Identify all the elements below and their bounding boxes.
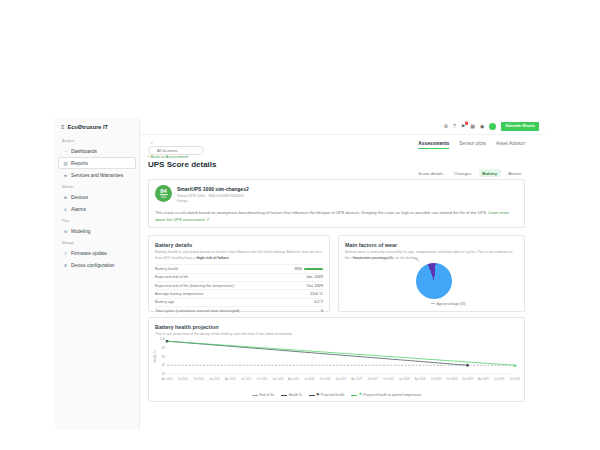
battery-projection-card: Battery health projection This is our pr… xyxy=(148,317,525,402)
x-tick-label: Jan 2029 xyxy=(462,377,474,381)
x-tick-label: Jan 2028 xyxy=(399,377,411,381)
legend-item: End of life xyxy=(252,393,274,397)
wear-factors-card: Main factors of wear Battery wear is pri… xyxy=(338,235,525,312)
detail-subtabs: Score details Changes Battery Alarms xyxy=(415,169,525,177)
x-tick-label: Oct 2027 xyxy=(383,377,394,381)
tab-sensor-plots[interactable]: Sensor plots xyxy=(459,141,486,149)
sidebar-item-reports[interactable]: ▤ Reports xyxy=(58,157,136,169)
device-name: SmartUPS 1000 sim-changes2 xyxy=(177,186,249,192)
battery-details-title: Battery details xyxy=(155,242,323,248)
x-tick-label: Apr 2029 xyxy=(478,377,489,381)
sidebar-section-monitor: Monitor xyxy=(55,181,139,191)
x-tick-label: Apr 2024 xyxy=(162,377,173,381)
sidebar-section-manage: Manage xyxy=(55,237,139,247)
sidebar-section-analyze: Analyze xyxy=(55,135,139,145)
legend-label: End of life xyxy=(259,393,274,397)
search-icon: ⌕ xyxy=(151,140,154,145)
legend-label: Health % xyxy=(289,393,302,397)
legend-line-swatch xyxy=(351,395,357,396)
subtab-alarms[interactable]: Alarms xyxy=(505,169,525,177)
sidebar-item-label: Modeling xyxy=(71,229,90,234)
sidebar: ≡ EcoØtruxure IT Analyze ◔ Dashboards ▤ … xyxy=(55,118,140,430)
app-window: ≡ EcoØtruxure IT Analyze ◔ Dashboards ▤ … xyxy=(55,118,545,430)
y-tick-label: 60 xyxy=(162,355,166,359)
ups-score-card: 84 100 SmartUPS 1000 sim-changes2 Smart-… xyxy=(148,179,525,228)
y-axis-label: Health % xyxy=(153,350,157,363)
x-tick-label: Jul 2024 xyxy=(178,377,189,381)
x-tick-label: Oct 2028 xyxy=(446,377,457,381)
wear-factors-title: Main factors of wear xyxy=(345,242,518,248)
sidebar-item-label: Device configuration xyxy=(71,263,114,268)
series-marker: ✱ xyxy=(513,364,516,368)
battery-details-card: Battery details Battery health is calcul… xyxy=(148,235,330,312)
main-area: ⚙ ? ⚑9 ▦ ◉ Schneider Electric ⌕ Assessme… xyxy=(140,118,545,430)
pie-label-age: Age percentage (93) xyxy=(431,302,466,306)
table-row: Total cycles (cumulative nominal wear di… xyxy=(155,306,323,314)
firmware-update-icon: ⇪ xyxy=(63,251,68,256)
sidebar-item-label: Devices xyxy=(71,195,88,200)
legend-line-swatch xyxy=(252,395,258,396)
projection-plot: 20406080100Health %Apr 2024Jul 2024Oct 2… xyxy=(153,336,520,389)
legend-item: Health % xyxy=(281,393,302,397)
legend-line-swatch xyxy=(281,395,287,396)
tab-assessments[interactable]: Assessments xyxy=(418,141,449,149)
x-tick-label: Jan 2027 xyxy=(335,377,347,381)
table-row: Average battery temperature 25.6 °C xyxy=(155,289,323,297)
breadcrumb-back-link[interactable]: ‹ Back to Assessment xyxy=(148,154,188,159)
sidebar-item-devices[interactable]: ≣ Devices xyxy=(58,191,136,203)
gear-icon[interactable]: ⚙ xyxy=(444,124,448,129)
sidebar-item-modeling[interactable]: ⊞ Modeling xyxy=(58,225,136,237)
apps-grid-icon[interactable]: ▦ xyxy=(470,124,475,129)
x-tick-label: Apr 2027 xyxy=(351,377,362,381)
legend-label: Projected health at optimal temperature xyxy=(363,393,421,397)
table-row: Battery age 0.2 Y xyxy=(155,298,323,306)
alarms-icon: ⚠ xyxy=(63,207,68,212)
battery-health-bar xyxy=(304,268,323,271)
score-description: This score is calculated based on anonym… xyxy=(155,210,518,223)
device-model-serial: Smart-UPS 1000 · SN4-000080760041D xyxy=(177,194,249,198)
tab-asset-advisor[interactable]: Asset Advisor xyxy=(496,141,525,149)
user-icon[interactable]: ◉ xyxy=(480,124,484,129)
x-tick-label: Oct 2025 xyxy=(256,377,267,381)
sidebar-item-services-warranties[interactable]: ◈ Services and Warranties xyxy=(58,169,136,181)
devices-icon: ≣ xyxy=(63,195,68,200)
x-tick-label: Oct 2026 xyxy=(320,377,331,381)
sidebar-item-dashboards[interactable]: ◔ Dashboards xyxy=(58,145,136,157)
page: ≡ EcoØtruxure IT Analyze ◔ Dashboards ▤ … xyxy=(0,0,600,450)
legend-label: Projected health xyxy=(321,393,345,397)
device-info: SmartUPS 1000 sim-changes2 Smart-UPS 100… xyxy=(177,186,249,203)
table-row: Battery health 95% xyxy=(155,264,323,272)
series-line xyxy=(167,341,468,365)
notifications-bell-icon[interactable]: ⚑9 xyxy=(461,124,465,129)
pie-label-temperature: Temperature percentage (7) xyxy=(353,256,393,260)
user-avatar[interactable] xyxy=(489,123,496,130)
menu-icon[interactable]: ≡ xyxy=(61,124,65,130)
y-tick-label: 20 xyxy=(162,372,166,376)
sidebar-item-device-configuration[interactable]: ⚙ Device configuration xyxy=(58,259,136,271)
sidebar-item-label: Dashboards xyxy=(71,149,97,154)
sidebar-item-label: Reports xyxy=(71,161,88,166)
reports-icon: ▤ xyxy=(63,161,68,166)
device-configuration-icon: ⚙ xyxy=(63,263,68,268)
y-tick-label: 40 xyxy=(162,363,166,367)
sidebar-item-label: Alarms xyxy=(71,207,86,212)
y-tick-label: 80 xyxy=(162,346,166,350)
x-tick-label: Jul 2028 xyxy=(431,377,442,381)
dashboards-icon: ◔ xyxy=(63,149,68,154)
sidebar-item-label: Firmware update xyxy=(71,251,107,256)
sidebar-item-label: Services and Warranties xyxy=(71,173,123,178)
page-title: UPS Score details xyxy=(148,160,216,169)
projection-title: Battery health projection xyxy=(155,324,518,330)
y-tick-label: 100 xyxy=(160,337,165,341)
x-tick-label: Oct 2029 xyxy=(510,377,520,381)
x-tick-label: Apr 2028 xyxy=(415,377,426,381)
topbar: ⚙ ? ⚑9 ▦ ◉ Schneider Electric xyxy=(140,118,545,135)
subtab-changes[interactable]: Changes xyxy=(451,169,475,177)
subtab-score-details[interactable]: Score details xyxy=(415,169,447,177)
help-icon[interactable]: ? xyxy=(453,124,456,129)
sidebar-item-firmware-update[interactable]: ⇪ Firmware update xyxy=(58,247,136,259)
sidebar-section-plan: Plan xyxy=(55,215,139,225)
main-tabs: Assessments Sensor plots Asset Advisor xyxy=(418,141,525,149)
subtab-battery[interactable]: Battery xyxy=(479,169,501,177)
sidebar-item-alarms[interactable]: ⚠ Alarms xyxy=(58,203,136,215)
